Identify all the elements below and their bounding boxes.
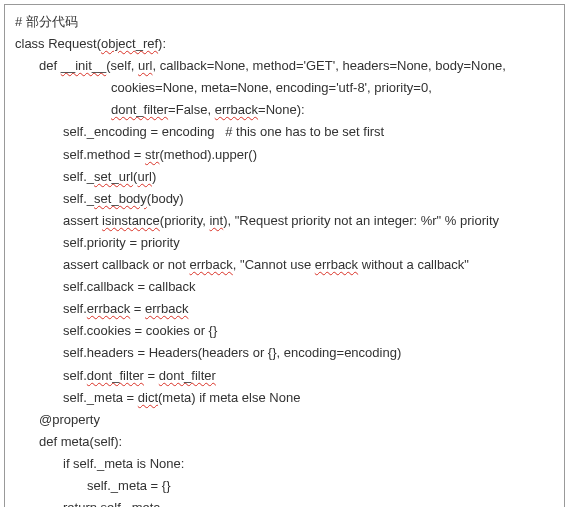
spellcheck-underline: errback — [87, 301, 130, 316]
code-text: (body) — [147, 191, 184, 206]
code-line: assert isinstance(priority, int), "Reque… — [15, 210, 554, 232]
code-text: ), "Request priority not an integer: %r"… — [223, 213, 499, 228]
code-text: self._encoding = encoding # this one has… — [63, 124, 384, 139]
spellcheck-underline: errback — [215, 102, 258, 117]
code-text: ) — [152, 169, 156, 184]
code-line: self.priority = priority — [15, 232, 554, 254]
code-line: self.method = str(method).upper() — [15, 144, 554, 166]
code-text: self.priority = priority — [63, 235, 180, 250]
code-line: self.cookies = cookies or {} — [15, 320, 554, 342]
spellcheck-underline: errback — [315, 257, 358, 272]
code-text: , callback=None, method='GET', headers=N… — [152, 58, 505, 73]
spellcheck-underline: __init__ — [61, 58, 107, 73]
code-line: self.errback = errback — [15, 298, 554, 320]
code-text: self._meta = {} — [87, 478, 170, 493]
code-text: assert — [63, 213, 102, 228]
code-text: = — [130, 301, 145, 316]
code-snippet: # 部分代码 class Request(object_ref):def __i… — [4, 4, 565, 507]
code-text: ): — [158, 36, 166, 51]
code-text: return self._meta — [63, 500, 161, 507]
code-comment: # 部分代码 — [15, 11, 554, 33]
spellcheck-underline: set_body — [94, 191, 147, 206]
code-line: def __init__(self, url, callback=None, m… — [15, 55, 554, 77]
spellcheck-underline: errback — [145, 301, 188, 316]
spellcheck-underline: errback — [189, 257, 232, 272]
code-line: assert callback or not errback, "Cannot … — [15, 254, 554, 276]
spellcheck-underline: isinstance — [102, 213, 160, 228]
code-text: (self, — [106, 58, 138, 73]
spellcheck-underline: url — [137, 169, 151, 184]
spellcheck-underline: set_url — [94, 169, 133, 184]
code-text: self.method = — [63, 147, 145, 162]
code-line: self._meta = dict(meta) if meta else Non… — [15, 387, 554, 409]
code-text: self._ — [63, 191, 94, 206]
code-text: =False, — [168, 102, 215, 117]
code-text: class Request( — [15, 36, 101, 51]
code-text: self.headers = Headers(headers or {}, en… — [63, 345, 401, 360]
code-text: = — [144, 368, 159, 383]
code-line: if self._meta is None: — [15, 453, 554, 475]
spellcheck-underline: dont_filter — [159, 368, 216, 383]
code-line: self.callback = callback — [15, 276, 554, 298]
spellcheck-underline: int — [209, 213, 223, 228]
code-text: cookies=None, meta=None, encoding='utf-8… — [111, 80, 432, 95]
spellcheck-underline: url — [138, 58, 152, 73]
code-line: self._encoding = encoding # this one has… — [15, 121, 554, 143]
spellcheck-underline: dont_filter — [111, 102, 168, 117]
code-line: self._meta = {} — [15, 475, 554, 497]
code-text: @property — [39, 412, 100, 427]
spellcheck-underline: str — [145, 147, 159, 162]
code-line: self.headers = Headers(headers or {}, en… — [15, 342, 554, 364]
code-text: self.callback = callback — [63, 279, 196, 294]
code-line: self._set_url(url) — [15, 166, 554, 188]
code-text: def — [39, 58, 61, 73]
code-line: return self._meta — [15, 497, 554, 507]
code-line: self._set_body(body) — [15, 188, 554, 210]
code-text: self._ — [63, 169, 94, 184]
code-text: if self._meta is None: — [63, 456, 184, 471]
code-text: self._meta = — [63, 390, 138, 405]
code-text: =None): — [258, 102, 305, 117]
code-line: @property — [15, 409, 554, 431]
code-text: , "Cannot use — [233, 257, 315, 272]
code-text: self. — [63, 368, 87, 383]
code-text: self.cookies = cookies or {} — [63, 323, 217, 338]
spellcheck-underline: dict — [138, 390, 158, 405]
spellcheck-underline: dont_filter — [87, 368, 144, 383]
code-line: class Request(object_ref): — [15, 33, 554, 55]
code-line: self.dont_filter = dont_filter — [15, 365, 554, 387]
code-line: def meta(self): — [15, 431, 554, 453]
code-text: (meta) if meta else None — [158, 390, 300, 405]
code-text: assert callback or not — [63, 257, 189, 272]
code-text: (method).upper() — [159, 147, 257, 162]
code-text: self. — [63, 301, 87, 316]
code-text: without a callback" — [358, 257, 469, 272]
spellcheck-underline: object_ref — [101, 36, 158, 51]
code-text: (priority, — [160, 213, 210, 228]
code-body: class Request(object_ref):def __init__(s… — [15, 33, 554, 507]
code-line: dont_filter=False, errback=None): — [15, 99, 554, 121]
code-text: def meta(self): — [39, 434, 122, 449]
code-line: cookies=None, meta=None, encoding='utf-8… — [15, 77, 554, 99]
